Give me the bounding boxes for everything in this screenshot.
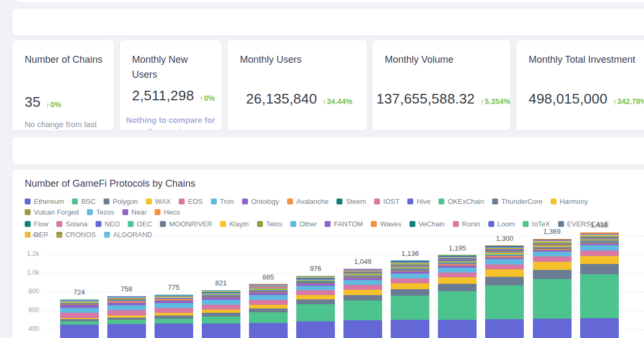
bar-segment-polygon[interactable] (249, 308, 288, 313)
bar-segment-tron[interactable] (296, 286, 335, 290)
y-tick-label: 800 (16, 288, 39, 295)
up-arrow-icon: ↑ (200, 95, 204, 102)
bar-segment-polygon[interactable] (485, 277, 524, 285)
bar-segment-ethereum[interactable] (60, 325, 99, 338)
y-tick-label: 1.0k (16, 269, 39, 276)
up-arrow-icon: ↑ (480, 98, 485, 106)
bar-segment-tron[interactable] (60, 308, 99, 313)
bar-total-label: 724 (54, 288, 105, 296)
bar-segment-wax[interactable] (533, 262, 572, 270)
bar-segment-eos[interactable] (155, 308, 193, 313)
bar-segment-polygon[interactable] (343, 295, 382, 300)
bar[interactable] (438, 255, 477, 338)
bar-segment-bsc[interactable] (343, 300, 382, 321)
bar-segment-bsc[interactable] (249, 312, 288, 322)
bar-segment-ethereum[interactable] (485, 319, 524, 338)
y-tick-label: 600 (16, 306, 39, 314)
bar-segment-polygon[interactable] (533, 270, 572, 280)
bar-segment-polygon[interactable] (438, 284, 477, 291)
bar[interactable] (343, 268, 382, 338)
kpi-card-monthly-total-investment: Monthly Total Investment 498,015,000 ↑34… (516, 40, 644, 131)
bar-segment-polygon[interactable] (580, 264, 619, 274)
bar[interactable] (60, 299, 99, 338)
bar-segment-eos[interactable] (438, 273, 477, 278)
kpi-delta: ↑5.354% (480, 97, 510, 107)
kpi-delta: ↑34.44% (323, 97, 353, 107)
spacer-card (12, 137, 644, 165)
bar-segment-eos[interactable] (391, 278, 429, 283)
bar-segment-bsc[interactable] (485, 285, 524, 319)
bar-segment-bsc[interactable] (107, 320, 146, 324)
bar[interactable] (202, 290, 240, 338)
kpi-value: 26,135,840 (246, 91, 317, 107)
bar-segment-bsc[interactable] (438, 291, 477, 320)
bar-segment-wax[interactable] (391, 283, 429, 289)
bar-segment-tron[interactable] (580, 245, 619, 251)
bar-segment-tron[interactable] (107, 305, 146, 310)
bar[interactable] (155, 294, 193, 338)
bar[interactable] (533, 238, 572, 338)
bar-segment-ethereum[interactable] (202, 324, 240, 338)
bar[interactable] (580, 232, 619, 338)
bar-segment-ethereum[interactable] (343, 320, 382, 338)
bar-total-label: 821 (195, 279, 247, 287)
bar-segment-ethereum[interactable] (107, 324, 146, 338)
bar[interactable] (296, 275, 335, 338)
bar-segment-wax[interactable] (249, 305, 288, 308)
bar-segment-wax[interactable] (343, 290, 382, 295)
bar-segment-wax[interactable] (485, 269, 524, 277)
bar-segment-eos[interactable] (343, 285, 382, 290)
top-nav-strip (16, 0, 644, 2)
bar-segment-bsc[interactable] (155, 319, 193, 324)
bar-segment-wax[interactable] (580, 256, 619, 264)
kpi-delta: ↑0% (200, 94, 215, 104)
bar-segment-tron[interactable] (155, 303, 193, 308)
bar-segment-bsc[interactable] (533, 279, 572, 319)
bar-segment-tron[interactable] (438, 268, 477, 273)
bar-total-label: 1,049 (337, 258, 389, 266)
bar-segment-ethereum[interactable] (249, 323, 288, 338)
bar-segment-polygon[interactable] (296, 299, 335, 304)
bar-segment-wax[interactable] (438, 277, 477, 284)
bar-segment-eos[interactable] (296, 290, 335, 295)
bar-segment-eos[interactable] (107, 310, 146, 315)
bar-segment-eos[interactable] (485, 264, 524, 270)
bar-segment-bsc[interactable] (580, 274, 619, 318)
bar-total-label: 1,300 (479, 234, 530, 243)
bar-segment-polygon[interactable] (202, 313, 240, 317)
bar-total-label: 775 (148, 283, 200, 291)
bar-segment-bsc[interactable] (391, 296, 429, 320)
bar-segment-tron[interactable] (343, 280, 382, 285)
bar-segment-tron[interactable] (391, 274, 429, 278)
bar[interactable] (391, 260, 429, 338)
bar-total-label: 976 (290, 264, 341, 273)
bar-segment-eos[interactable] (580, 251, 619, 256)
bar-segment-tron[interactable] (485, 259, 524, 264)
bar-segment-wax[interactable] (296, 295, 335, 299)
bar-segment-ethereum[interactable] (296, 321, 335, 338)
bar[interactable] (249, 284, 288, 338)
bar-segment-ethereum[interactable] (438, 320, 477, 338)
kpi-title: Monthly Volume (385, 52, 502, 67)
bar-segment-ethereum[interactable] (533, 319, 572, 338)
y-tick-label: 400 (16, 325, 39, 333)
bar-segment-ethereum[interactable] (580, 318, 619, 338)
bar-segment-tron[interactable] (533, 252, 572, 256)
bar-segment-bsc[interactable] (202, 317, 240, 324)
bar-segment-tron[interactable] (202, 300, 240, 305)
bar[interactable] (485, 245, 524, 338)
kpi-note: Nothing to compare for the previous (125, 114, 216, 131)
bar-segment-bsc[interactable] (296, 304, 335, 321)
kpi-title: Monthly Users (240, 52, 358, 67)
bar-segment-ethereum[interactable] (155, 324, 193, 338)
kpi-value: 498,015,000 (529, 91, 608, 107)
bar-segment-eos[interactable] (202, 305, 240, 310)
bar-segment-tron[interactable] (249, 295, 288, 300)
bar-segment-eos[interactable] (533, 256, 572, 262)
bar-segment-ethereum[interactable] (391, 320, 429, 338)
bar[interactable] (107, 296, 146, 338)
bar-segment-polygon[interactable] (391, 289, 429, 296)
plot-area: 4006008001.0k1.2k1.4k7247587758218859761… (12, 170, 644, 338)
bar-segment-eos[interactable] (249, 300, 288, 305)
bar-segment-eos[interactable] (60, 313, 99, 318)
